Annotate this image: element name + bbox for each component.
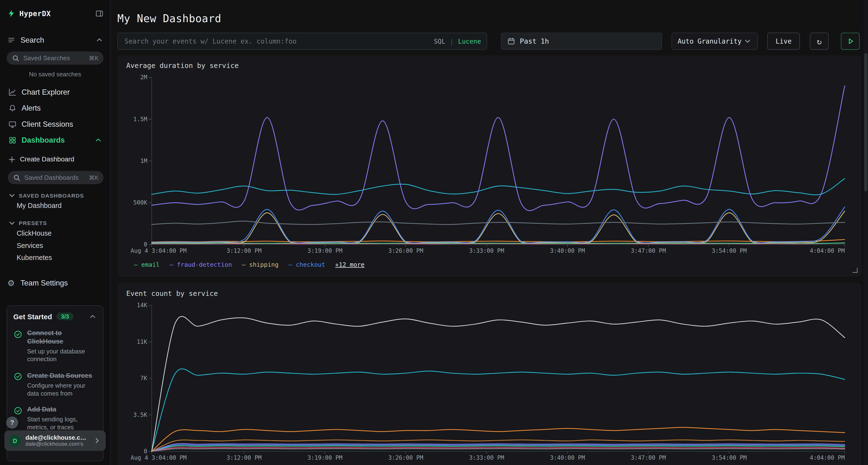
get-started-step[interactable]: Create Data Sources Configure where your… bbox=[13, 371, 97, 397]
dashboard-toolbar: SQL | Lucene Past 1h Auto Granularity Li… bbox=[117, 33, 862, 49]
refresh-icon: ↻ bbox=[817, 36, 822, 46]
user-email: dale@clickhouse.com bbox=[26, 434, 89, 441]
section-label: SAVED DASHBOARDS bbox=[19, 192, 84, 198]
svg-text:3:47:00 PM: 3:47:00 PM bbox=[631, 247, 666, 254]
sidebar-collapse-icon[interactable] bbox=[95, 9, 104, 18]
scrollbar[interactable] bbox=[864, 0, 868, 465]
svg-text:0: 0 bbox=[144, 241, 147, 248]
step-title: Create Data Sources bbox=[27, 371, 97, 380]
sidebar-item-clickhouse[interactable]: ClickHouse bbox=[8, 227, 103, 240]
sidebar-item-label: Dashboards bbox=[22, 136, 65, 144]
get-started-progress-badge: 3/3 bbox=[56, 312, 73, 320]
granularity-select[interactable]: Auto Granularity bbox=[672, 33, 758, 49]
svg-text:3:19:00 PM: 3:19:00 PM bbox=[307, 455, 342, 461]
svg-text:3:54:00 PM: 3:54:00 PM bbox=[712, 455, 747, 461]
presets-section-toggle[interactable]: PRESETS bbox=[8, 219, 103, 227]
event-search-box: SQL | Lucene bbox=[117, 33, 487, 49]
svg-text:3:54:00 PM: 3:54:00 PM bbox=[712, 247, 747, 254]
sidebar-item-client-sessions[interactable]: Client Sessions bbox=[7, 116, 104, 132]
sidebar-item-services[interactable]: Services bbox=[8, 239, 103, 252]
play-icon bbox=[846, 37, 855, 46]
step-title: Connect to ClickHouse bbox=[27, 329, 97, 346]
page-title: My New Dashboard bbox=[117, 12, 862, 25]
shortcut-badge: ⌘K bbox=[89, 55, 98, 61]
chart-title[interactable]: Event count by service bbox=[126, 289, 852, 299]
saved-dashboards-placeholder: Saved Dashboards bbox=[24, 174, 86, 181]
gear-icon: ⚙ bbox=[7, 278, 16, 287]
language-divider: | bbox=[450, 37, 454, 45]
sidebar-item-team-settings[interactable]: ⚙ Team Settings bbox=[7, 278, 104, 287]
svg-text:1.5M: 1.5M bbox=[133, 116, 147, 123]
dashboards-submenu: Create Dashboard Saved Dashboards ⌘K SAV… bbox=[7, 148, 104, 264]
sidebar-item-kubernetes[interactable]: Kubernetes bbox=[8, 252, 103, 264]
time-range-picker[interactable]: Past 1h bbox=[501, 33, 662, 49]
get-started-step[interactable]: Connect to ClickHouse Set up your databa… bbox=[13, 329, 97, 363]
get-started-step[interactable]: Add Data Start sending logs, metrics, or… bbox=[13, 405, 97, 431]
run-query-button[interactable] bbox=[841, 33, 860, 49]
avatar: D bbox=[9, 434, 21, 447]
sidebar-item-label: Chart Explorer bbox=[22, 88, 70, 96]
svg-text:14K: 14K bbox=[137, 302, 147, 309]
svg-text:3:12:00 PM: 3:12:00 PM bbox=[227, 247, 261, 254]
event-search-input[interactable] bbox=[123, 37, 429, 46]
legend-more-link[interactable]: +12 more bbox=[335, 261, 365, 268]
chevron-down-icon bbox=[743, 37, 751, 46]
get-started-title: Get Started bbox=[13, 312, 52, 321]
svg-text:7K: 7K bbox=[140, 375, 148, 381]
saved-dashboards-input[interactable]: Saved Dashboards ⌘K bbox=[8, 171, 103, 184]
check-circle-icon bbox=[13, 406, 22, 415]
language-toggle-sql[interactable]: SQL bbox=[434, 37, 445, 45]
bell-icon bbox=[8, 104, 17, 112]
main-content: My New Dashboard SQL | Lucene Past 1h Au… bbox=[111, 0, 868, 465]
create-dashboard-label: Create Dashboard bbox=[20, 156, 74, 163]
svg-text:500K: 500K bbox=[133, 199, 148, 206]
sidebar-item-my-dashboard[interactable]: My Dashboard bbox=[8, 200, 103, 212]
svg-text:3:47:00 PM: 3:47:00 PM bbox=[631, 455, 666, 461]
line-chart-event-count[interactable]: 03.5K7K11K14KAug 4 3:04:00 PM3:12:00 PM3… bbox=[126, 301, 852, 465]
sidebar-item-dashboards[interactable]: Dashboards bbox=[7, 132, 104, 148]
chevron-up-icon[interactable] bbox=[88, 312, 97, 321]
search-icon bbox=[11, 54, 20, 63]
sidebar-item-chart-explorer[interactable]: Chart Explorer bbox=[7, 84, 104, 100]
live-button[interactable]: Live bbox=[767, 33, 800, 49]
section-label: PRESETS bbox=[19, 220, 47, 226]
chevron-up-icon[interactable] bbox=[94, 136, 102, 145]
plus-icon bbox=[8, 155, 16, 164]
chevron-up-icon[interactable] bbox=[95, 35, 104, 44]
svg-text:4:04:00 PM: 4:04:00 PM bbox=[810, 247, 845, 254]
chevron-right-icon bbox=[93, 436, 101, 445]
search-section-icon bbox=[7, 35, 16, 44]
resize-handle-icon[interactable] bbox=[852, 268, 858, 273]
svg-text:0: 0 bbox=[144, 448, 147, 455]
svg-text:3:40:00 PM: 3:40:00 PM bbox=[550, 247, 585, 254]
legend-item[interactable]: — checkout bbox=[289, 261, 325, 268]
chevron-down-icon bbox=[8, 191, 16, 200]
legend-item[interactable]: — shipping bbox=[242, 261, 278, 268]
legend-item[interactable]: — fraud-detection bbox=[169, 261, 232, 268]
nav-search-section[interactable]: Search bbox=[7, 35, 104, 44]
time-range-value: Past 1h bbox=[520, 37, 549, 45]
svg-text:3:40:00 PM: 3:40:00 PM bbox=[550, 455, 585, 461]
sidebar-item-alerts[interactable]: Alerts bbox=[7, 100, 104, 117]
sidebar: HyperDX Search Saved Searches ⌘K bbox=[0, 0, 111, 465]
create-dashboard-button[interactable]: Create Dashboard bbox=[8, 153, 103, 166]
legend-item[interactable]: — email bbox=[134, 261, 160, 268]
refresh-button[interactable]: ↻ bbox=[810, 33, 829, 49]
help-button[interactable]: ? bbox=[6, 417, 18, 429]
chart-legend: — email— fraud-detection— shipping— chec… bbox=[126, 261, 852, 268]
user-menu[interactable]: D dale@clickhouse.com dale@clickhouse.co… bbox=[4, 430, 105, 451]
language-toggle-lucene[interactable]: Lucene bbox=[458, 37, 481, 45]
calendar-icon bbox=[507, 37, 515, 46]
sidebar-item-label: Client Sessions bbox=[22, 120, 73, 128]
line-chart-avg-duration[interactable]: 0500K1M1.5M2MAug 4 3:04:00 PM3:12:00 PM3… bbox=[126, 73, 852, 259]
chart-card-event-count: Event count by service 03.5K7K11K14KAug … bbox=[117, 283, 862, 465]
svg-text:11K: 11K bbox=[137, 338, 147, 345]
saved-dashboards-section-toggle[interactable]: SAVED DASHBOARDS bbox=[8, 191, 103, 200]
chevron-down-icon bbox=[8, 219, 16, 227]
saved-searches-input[interactable]: Saved Searches ⌘K bbox=[7, 52, 104, 65]
svg-text:1M: 1M bbox=[140, 158, 147, 164]
chart-title[interactable]: Average duration by service bbox=[126, 61, 852, 71]
scrollbar-thumb[interactable] bbox=[864, 53, 868, 191]
sidebar-nav: Chart Explorer Alerts Client Sessions Da… bbox=[7, 84, 104, 148]
step-desc: Configure where your data comes from bbox=[27, 381, 97, 397]
